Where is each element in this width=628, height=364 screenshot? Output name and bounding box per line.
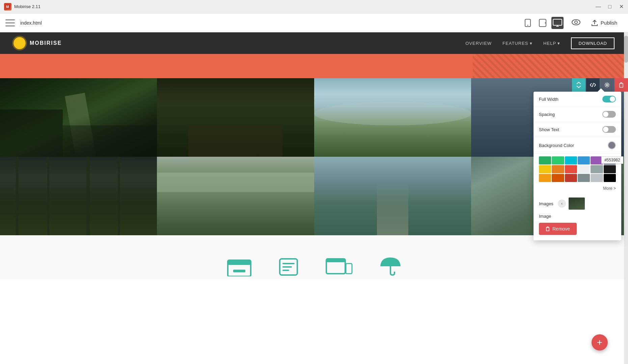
color-swatch-gray[interactable] [591, 165, 603, 173]
gallery-image-5 [0, 157, 157, 235]
full-width-label: Full Width [539, 97, 602, 102]
nav-help[interactable]: HELP ▾ [543, 41, 560, 46]
device-switcher [522, 17, 564, 29]
color-swatch-pure-black[interactable] [604, 174, 616, 182]
hamburger-menu-icon[interactable] [5, 20, 15, 26]
spacing-row: Spacing [534, 107, 621, 122]
color-swatch-cyan[interactable] [565, 156, 577, 164]
svg-rect-12 [233, 270, 245, 272]
hero-pattern [473, 54, 628, 78]
color-swatch-lightgreen[interactable] [552, 156, 564, 164]
images-row: Images ‹ [534, 195, 621, 212]
remove-button[interactable]: Remove [539, 223, 577, 235]
gallery-image-1 [0, 78, 157, 157]
background-color-swatch[interactable] [608, 141, 616, 149]
color-swatch-orange[interactable] [552, 165, 564, 173]
svg-point-8 [575, 21, 577, 24]
color-swatch-darkred[interactable] [565, 174, 577, 182]
color-swatch-darkgray[interactable] [578, 174, 590, 182]
mobile-device-button[interactable] [522, 17, 534, 29]
filename-label: index.html [20, 20, 522, 26]
feature-icon-browser [227, 257, 251, 279]
site-logo-area: MOBIRISE [13, 37, 465, 49]
responsive-shape-icon [326, 257, 353, 279]
gallery-image-7 [314, 157, 471, 235]
svg-point-5 [545, 22, 546, 23]
app-shape-icon [278, 257, 299, 279]
color-swatch-red[interactable] [565, 165, 577, 173]
nav-overview[interactable]: OVERVIEW [465, 41, 492, 46]
more-colors-link[interactable]: More > [539, 185, 616, 192]
images-label: Images [539, 201, 555, 206]
svg-point-9 [606, 84, 608, 86]
svg-rect-16 [282, 270, 289, 271]
scrollbar-thumb[interactable] [624, 36, 628, 63]
svg-rect-15 [282, 266, 292, 268]
nav-download[interactable]: DOWNLOAD [571, 37, 615, 49]
spacing-toggle-knob [603, 112, 608, 117]
background-color-row: Background Color [534, 137, 621, 154]
umbrella-shape-icon [380, 256, 401, 279]
image-thumbnail[interactable] [569, 198, 585, 210]
settings-panel: Full Width Spacing Show Text Background … [534, 92, 621, 240]
nav-features[interactable]: FEATURES ▾ [502, 41, 533, 46]
gallery-section: Full Width Spacing Show Text Background … [0, 78, 628, 235]
trash-icon [546, 226, 550, 231]
titlebar: M Mobirise 2.11 — □ ✕ [0, 0, 628, 13]
svg-point-3 [527, 25, 528, 26]
toolbar: index.html Publish [0, 13, 628, 32]
show-text-toggle-knob [603, 127, 608, 132]
gallery-image-3 [314, 78, 471, 157]
publish-button[interactable]: Publish [586, 17, 623, 29]
publish-label: Publish [601, 20, 617, 26]
toolbar-right: Publish [572, 17, 623, 29]
color-swatch-green[interactable] [539, 156, 551, 164]
show-text-toggle[interactable] [602, 126, 616, 133]
spacing-toggle[interactable] [602, 111, 616, 118]
color-swatch-white[interactable] [578, 165, 590, 173]
color-swatch-darkorange[interactable] [552, 174, 564, 182]
svg-rect-19 [326, 259, 345, 262]
svg-rect-14 [282, 263, 295, 264]
block-delete-button[interactable] [615, 78, 628, 92]
browser-shape-icon [227, 257, 251, 279]
add-section-fab[interactable]: + [592, 334, 608, 351]
bottom-section [0, 235, 628, 279]
block-rearrange-button[interactable] [572, 78, 585, 92]
svg-text:M: M [6, 5, 9, 9]
gallery-image-2 [157, 78, 314, 157]
site-logo-text: MOBIRISE [30, 40, 62, 46]
close-button[interactable]: ✕ [619, 4, 624, 9]
background-color-label: Background Color [539, 143, 608, 148]
full-width-toggle-knob [610, 96, 615, 102]
color-swatch-purple[interactable]: #553982 [591, 156, 603, 164]
images-nav-prev[interactable]: ‹ [558, 200, 566, 208]
color-swatch-blue[interactable] [578, 156, 590, 164]
spacing-label: Spacing [539, 112, 602, 117]
color-swatch-gold[interactable] [539, 174, 551, 182]
full-width-toggle[interactable] [602, 96, 616, 102]
preview-button[interactable] [572, 19, 580, 27]
svg-rect-6 [553, 19, 562, 25]
gallery-image-6 [157, 157, 314, 235]
svg-rect-18 [346, 264, 352, 274]
maximize-button[interactable]: □ [607, 4, 612, 9]
color-swatch-lightgray[interactable] [591, 174, 603, 182]
site-nav-links: OVERVIEW FEATURES ▾ HELP ▾ DOWNLOAD [465, 37, 615, 49]
app-logo-icon: M [4, 3, 11, 10]
feature-icon-umbrella [380, 256, 401, 279]
minimize-button[interactable]: — [596, 4, 601, 9]
hero-strip [0, 54, 628, 78]
color-tooltip: #553982 [601, 156, 623, 164]
full-width-row: Full Width [534, 92, 621, 107]
svg-point-7 [572, 20, 580, 25]
feature-icon-app [278, 257, 299, 279]
color-swatch-yellow[interactable] [539, 165, 551, 173]
settings-panel-arrow [598, 88, 604, 92]
desktop-device-button[interactable] [551, 17, 564, 29]
tablet-device-button[interactable] [537, 17, 549, 29]
site-logo-sun-icon [13, 37, 26, 49]
image-label: Image [539, 214, 555, 219]
feature-icon-responsive [326, 257, 353, 279]
color-swatch-black[interactable] [604, 165, 616, 173]
